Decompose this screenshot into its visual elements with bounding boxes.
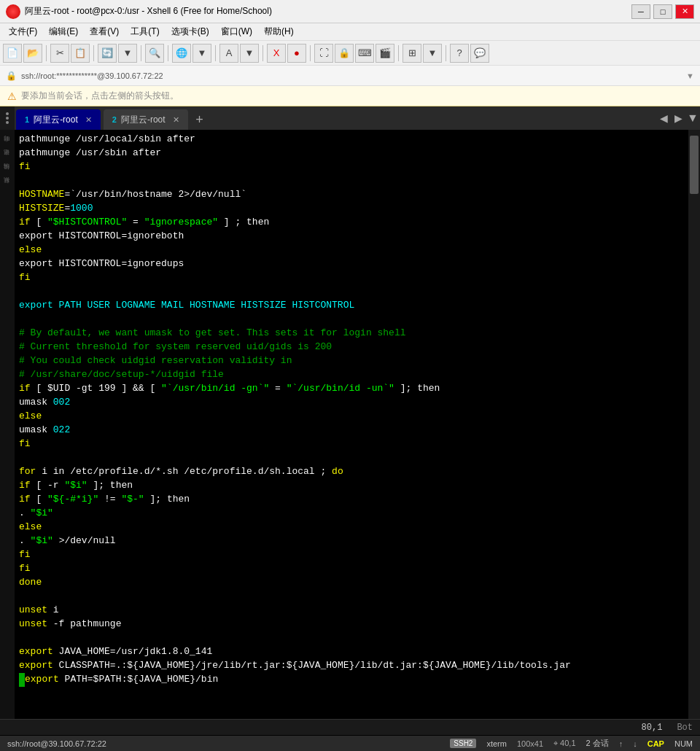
- terminal-line-2: pathmunge /usr/sbin after: [19, 147, 684, 160]
- menu-tab[interactable]: 选项卡(B): [166, 24, 215, 39]
- close-button[interactable]: ✕: [675, 4, 694, 19]
- num-label: NUM: [674, 739, 693, 748]
- toolbar-separator-5: [215, 45, 216, 61]
- terminal-line-8: export HISTCONTROL=ignoreboth: [19, 230, 684, 244]
- terminal-line-17: # You could check uidgid reservation val…: [19, 354, 684, 368]
- terminal-type: xterm: [486, 739, 507, 748]
- toolbar-separator-3: [141, 45, 141, 61]
- tab-1[interactable]: 1 阿里云-root ✕: [16, 109, 101, 130]
- keyboard-button[interactable]: ⌨: [355, 44, 374, 63]
- menu-bar: 文件(F) 编辑(E) 查看(V) 工具(T) 选项卡(B) 窗口(W) 帮助(…: [0, 23, 700, 41]
- session-count: 2 会话: [586, 738, 609, 749]
- terminal-line-7: if [ "$HISTCONTROL" = "ignorespace" ] ; …: [19, 216, 684, 230]
- open-button[interactable]: 📂: [23, 44, 42, 63]
- font-button[interactable]: A: [219, 44, 238, 63]
- tab-2[interactable]: 2 阿里云-root ✕: [104, 109, 188, 130]
- chat-button[interactable]: 💬: [470, 44, 489, 63]
- sidebar-dot-3: [6, 121, 9, 124]
- xshell-logo-button[interactable]: X: [267, 44, 286, 63]
- terminal-line-11: fi: [19, 271, 684, 285]
- menu-help[interactable]: 帮助(H): [258, 24, 300, 39]
- red-icon-button[interactable]: ●: [287, 44, 306, 63]
- layout-button[interactable]: ⊞: [402, 44, 421, 63]
- tab-1-label: 阿里云-root: [34, 114, 78, 126]
- terminal-line-21: else: [19, 410, 684, 424]
- help-button[interactable]: ?: [450, 44, 469, 63]
- terminal-line-6: HISTSIZE=1000: [19, 202, 684, 216]
- toolbar-separator-4: [168, 45, 168, 61]
- terminal-line-40: export PATH=$PATH:${JAVA_HOME}/bin: [19, 673, 684, 687]
- refresh-button[interactable]: 🔄: [98, 44, 117, 63]
- tab-2-close[interactable]: ✕: [173, 115, 179, 125]
- menu-file[interactable]: 文件(F): [3, 24, 43, 39]
- new-tab-button[interactable]: +: [190, 109, 210, 130]
- copy-button[interactable]: 📋: [71, 44, 90, 63]
- sidebar-label-4: 鼠标: [4, 174, 12, 188]
- tab-1-num: 1: [25, 115, 29, 124]
- toolbar-separator-1: [46, 45, 47, 61]
- tab-nav: ◀ ▶ ▼: [656, 106, 700, 130]
- layout-dropdown[interactable]: ▼: [423, 44, 442, 63]
- menu-tools[interactable]: 工具(T): [125, 24, 165, 39]
- new-session-button[interactable]: 📄: [3, 44, 22, 63]
- maximize-button[interactable]: □: [653, 4, 672, 19]
- toolbar-separator-7: [310, 45, 311, 61]
- terminal-size: 100x41: [517, 739, 543, 748]
- tab-list-dropdown[interactable]: ▼: [685, 106, 700, 130]
- tab-next-button[interactable]: ▶: [671, 106, 685, 130]
- terminal-line-22: umask 022: [19, 424, 684, 437]
- terminal-line-23: fi: [19, 437, 684, 451]
- terminal-line-18: # /usr/share/doc/setup-*/uidgid file: [19, 368, 684, 382]
- font-dropdown[interactable]: ▼: [240, 44, 259, 63]
- terminal-line-14: [19, 313, 684, 327]
- terminal-line-36: unset -f pathmunge: [19, 618, 684, 631]
- fullscreen-button[interactable]: ⛶: [314, 44, 333, 63]
- line-sidebar: 临时 记事 编辑 鼠标: [0, 130, 15, 719]
- info-bar: ⚠ 要添加当前会话，点击左侧的箭头按钮。: [0, 86, 700, 106]
- terminal-line-4: [19, 174, 684, 188]
- tab-prev-button[interactable]: ◀: [656, 106, 671, 130]
- address-dropdown-arrow[interactable]: ▼: [686, 71, 694, 80]
- arrow-down-icon: ↓: [633, 739, 637, 748]
- properties-button[interactable]: ▼: [118, 44, 137, 63]
- menu-edit[interactable]: 编辑(E): [43, 24, 84, 39]
- terminal-line-5: HOSTNAME=`/usr/bin/hostname 2>/dev/null`: [19, 188, 684, 202]
- menu-view[interactable]: 查看(V): [84, 24, 125, 39]
- address-text: ssh://root:*************@39.100.67.72:22: [21, 71, 682, 80]
- lock-button[interactable]: 🔒: [335, 44, 354, 63]
- cursor-pos-bottom: ⌖ 40,1: [553, 739, 575, 748]
- tab-2-num: 2: [112, 115, 117, 124]
- scroll-position: Bot: [677, 723, 693, 733]
- record-button[interactable]: 🎬: [376, 44, 394, 63]
- bottom-status-bar: ssh://root@39.100.67.72:22 SSH2 xterm 10…: [0, 735, 700, 751]
- globe-dropdown[interactable]: ▼: [192, 44, 211, 63]
- terminal-line-27: if [ "${-#*i}" != "$-" ]; then: [19, 493, 684, 507]
- terminal-line-29: else: [19, 521, 684, 534]
- terminal-line-37: [19, 631, 684, 645]
- terminal-line-13: export PATH USER LOGNAME MAIL HOSTNAME H…: [19, 299, 684, 313]
- toolbar-separator-9: [446, 45, 446, 61]
- bottom-address: ssh://root@39.100.67.72:22: [7, 739, 440, 748]
- terminal-line-15: # By default, we want umask to get set. …: [19, 327, 684, 341]
- window-title: 阿里云-root - root@pcx-0:/usr - Xshell 6 (F…: [25, 5, 631, 17]
- terminal-line-30: . "$i" >/dev/null: [19, 534, 684, 548]
- terminal-line-3: fi: [19, 160, 684, 174]
- terminal-line-9: else: [19, 244, 684, 257]
- terminal-line-33: done: [19, 576, 684, 590]
- terminal-line-19: if [ $UID -gt 199 ] && [ "`/usr/bin/id -…: [19, 382, 684, 396]
- globe-button[interactable]: 🌐: [172, 44, 191, 63]
- scrollbar-track[interactable]: [688, 130, 700, 719]
- tab-1-close[interactable]: ✕: [85, 115, 92, 125]
- cursor-position: 80,1: [642, 723, 663, 733]
- title-bar: 阿里云-root - root@pcx-0:/usr - Xshell 6 (F…: [0, 0, 700, 23]
- terminal-line-25: for i in /etc/profile.d/*.sh /etc/profil…: [19, 465, 684, 479]
- terminal-content[interactable]: pathmunge /usr/local/sbin after pathmung…: [15, 130, 688, 719]
- search-button[interactable]: 🔍: [145, 44, 164, 63]
- scrollbar-thumb[interactable]: [690, 136, 699, 194]
- ssh2-badge: SSH2: [450, 739, 476, 748]
- app-icon: [6, 4, 20, 19]
- minimize-button[interactable]: ─: [631, 4, 650, 19]
- terminal-line-10: export HISTCONTROL=ignoredups: [19, 257, 684, 271]
- menu-window[interactable]: 窗口(W): [215, 24, 258, 39]
- cut-button[interactable]: ✂: [50, 44, 69, 63]
